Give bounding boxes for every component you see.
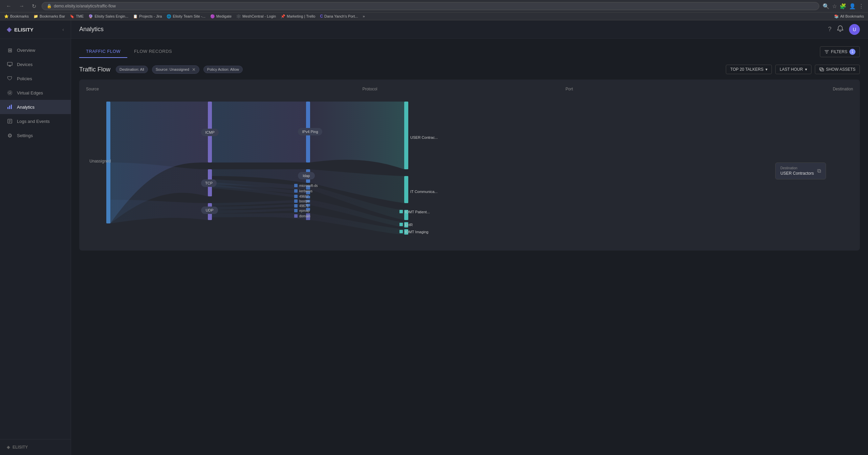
sidebar-item-analytics[interactable]: Analytics [0, 100, 71, 114]
show-assets-button[interactable]: SHOW ASSETS [815, 65, 860, 74]
logo-text: ELISITY [14, 27, 34, 32]
back-button[interactable]: ← [4, 2, 14, 10]
content-area: TRAFFIC FLOW FLOW RECORDS FILTERS 1 Traf… [71, 39, 868, 455]
settings-icon: ⚙ [7, 132, 13, 138]
filter-chip-destination: Destination: All [116, 66, 148, 73]
sidebar-item-overview[interactable]: ⊞ Overview [0, 43, 71, 57]
dest-ehr-dot [399, 223, 403, 226]
chevron-down-icon-time: ▾ [805, 67, 807, 72]
bookmark-more[interactable]: » [363, 14, 365, 18]
sidebar-nav: ⊞ Overview Devices 🛡 Policies Virtual Ed… [0, 39, 71, 439]
chip-dest-label: Destination: All [120, 67, 144, 71]
footer-logo-text: ELISITY [13, 445, 28, 450]
chip-policy-label: Policy Action: Allow [207, 67, 239, 71]
footer-logo-icon: ◈ [7, 445, 10, 450]
top-talkers-dropdown[interactable]: TOP 20 TALKERS ▾ [726, 65, 772, 74]
time-range-dropdown[interactable]: LAST HOUR ▾ [775, 65, 811, 74]
virtual-edges-icon [7, 90, 13, 96]
filter-chip-policy: Policy Action: Allow [203, 66, 243, 73]
icmp-label[interactable]: ICMP [205, 130, 215, 134]
dest-user-contract-text[interactable]: USER Contrac... [410, 135, 438, 139]
chip-source-close[interactable]: ✕ [192, 67, 196, 72]
bookmark-elisity-sales[interactable]: 🔮 Elisity Sales Engin... [88, 14, 128, 19]
header-actions: ? U [828, 24, 860, 35]
sidebar-item-label-devices: Devices [17, 62, 32, 67]
forward-button[interactable]: → [17, 2, 26, 10]
bookmark-trello[interactable]: 📌 Marketing | Trello [281, 14, 315, 19]
svg-point-3 [8, 91, 12, 95]
bookmark-dana[interactable]: C Dana Yanch's Port... [320, 14, 358, 19]
refresh-button[interactable]: ↻ [30, 2, 38, 10]
msds-dot [294, 184, 298, 187]
sidebar-collapse-button[interactable]: ‹ [62, 27, 64, 32]
sidebar-item-devices[interactable]: Devices [0, 57, 71, 71]
lock-icon: 🔒 [47, 4, 52, 8]
flow-ipv4-usercontract [310, 102, 404, 169]
filters-button[interactable]: FILTERS 1 [820, 46, 860, 57]
url-text: demo.elisity.io/analytics/traffic-flow [54, 4, 116, 8]
epmap-text: epmap [299, 209, 310, 213]
page-title: Analytics [79, 26, 104, 33]
tooltip-copy-button[interactable]: ⧉ [817, 168, 821, 174]
elisity-team-icon: 🌐 [167, 14, 171, 19]
bookmark-meshcentral[interactable]: 🕸️ MeshCentral - Login [236, 14, 276, 19]
port49667-text: 49667 [299, 195, 309, 198]
bookmark-bookmarks-bar[interactable]: 📁 Bookmarks Bar [34, 14, 65, 19]
time-range-label: LAST HOUR [780, 67, 803, 72]
sidebar-item-label-logs: Logs and Events [17, 119, 50, 124]
tooltip-value: USER Contractors [780, 171, 814, 176]
bookmark-tme[interactable]: 🔖 TME [70, 14, 84, 19]
dana-icon: C [320, 14, 323, 19]
bookmark-all[interactable]: 📚 All Bookmarks [834, 14, 864, 19]
dest-user-contractors-bar[interactable] [404, 102, 408, 169]
top-talkers-label: TOP 20 TALKERS [730, 67, 763, 72]
kerb-dot [294, 189, 298, 193]
sidebar-item-label-analytics: Analytics [17, 105, 35, 110]
url-bar[interactable]: 🔒 demo.elisity.io/analytics/traffic-flow [42, 2, 819, 10]
tab-traffic-flow[interactable]: TRAFFIC FLOW [79, 45, 127, 58]
chevron-down-icon: ▾ [765, 67, 767, 72]
sankey-col-port: Port [566, 87, 573, 91]
star-icon[interactable]: ☆ [832, 3, 837, 9]
tooltip-label: Destination [780, 166, 814, 170]
flow-udp-domain [212, 213, 306, 220]
main-content: Analytics ? U TRAFFIC FLOW FLOW RECORDS … [71, 20, 868, 455]
bookmark-bookmarks[interactable]: ⭐ Bookmarks [4, 14, 29, 19]
ipv4-ping-label[interactable]: IPv4 Ping [302, 130, 318, 134]
sankey-container: Source Protocol Port Destination [79, 80, 860, 251]
ldap-label[interactable]: ldap [303, 174, 310, 178]
more-icon[interactable]: ⋮ [859, 3, 864, 9]
tcp-label[interactable]: TCP [205, 181, 213, 185]
sidebar-item-label-virtual-edges: Virtual Edges [17, 90, 43, 95]
notifications-button[interactable] [837, 25, 844, 34]
extension-icon[interactable]: 🧩 [840, 3, 846, 9]
bookmark-elisity-team[interactable]: 🌐 Elisity Team Site -... [167, 14, 205, 19]
dest-it-comm-bar[interactable] [404, 176, 408, 203]
dest-it-comm-text[interactable]: IT Communica... [410, 190, 438, 194]
port49671-text: 49671 [299, 204, 309, 208]
sidebar-item-logs[interactable]: Logs and Events [0, 114, 71, 128]
bookmark-jira[interactable]: 📋 Projects - Jira [133, 14, 162, 19]
search-icon[interactable]: 🔍 [823, 3, 829, 9]
bookmarks-bar: ⭐ Bookmarks 📁 Bookmarks Bar 🔖 TME 🔮 Elis… [0, 13, 868, 20]
source-label: Unassigned [89, 159, 111, 164]
tab-flow-records[interactable]: FLOW RECORDS [127, 45, 179, 58]
sidebar-item-virtual-edges[interactable]: Virtual Edges [0, 86, 71, 100]
sidebar-item-policies[interactable]: 🛡 Policies [0, 71, 71, 86]
help-button[interactable]: ? [828, 26, 831, 33]
sidebar-item-label-overview: Overview [17, 48, 35, 53]
browser-action-icons: 🔍 ☆ 🧩 👤 ⋮ [823, 3, 864, 9]
sidebar-item-settings[interactable]: ⚙ Settings [0, 128, 71, 143]
avatar[interactable]: U [849, 24, 860, 35]
udp-label[interactable]: UDP [205, 208, 213, 212]
dest-ehr-text[interactable]: EHR [405, 223, 413, 227]
svg-rect-1 [9, 66, 11, 66]
profile-icon[interactable]: 👤 [849, 3, 856, 9]
flow-icmp-ipv4 [212, 102, 306, 162]
dest-iomt-patient-text[interactable]: IOMT Patient... [405, 210, 430, 214]
browser-bar: ← → ↻ 🔒 demo.elisity.io/analytics/traffi… [0, 0, 868, 13]
tme-icon: 🔖 [70, 14, 74, 19]
svg-point-2 [9, 92, 11, 94]
dest-iomt-imaging-text[interactable]: IOMT Imaging [405, 230, 429, 234]
bookmark-medigate[interactable]: 🟣 Medigate [210, 14, 232, 19]
